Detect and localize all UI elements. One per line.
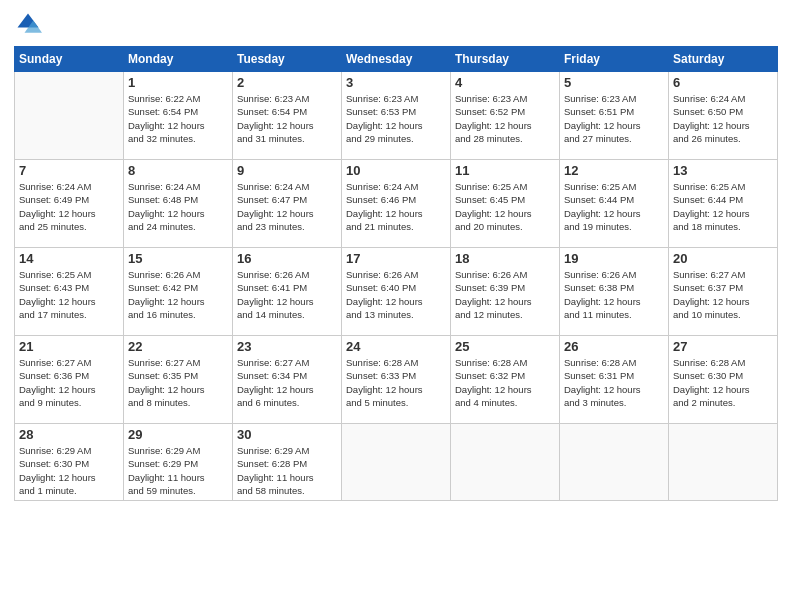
day-number: 23	[237, 339, 337, 354]
calendar-cell: 2Sunrise: 6:23 AM Sunset: 6:54 PM Daylig…	[233, 72, 342, 160]
calendar-cell: 5Sunrise: 6:23 AM Sunset: 6:51 PM Daylig…	[560, 72, 669, 160]
day-number: 6	[673, 75, 773, 90]
calendar-cell: 17Sunrise: 6:26 AM Sunset: 6:40 PM Dayli…	[342, 248, 451, 336]
day-info: Sunrise: 6:23 AM Sunset: 6:52 PM Dayligh…	[455, 92, 555, 145]
calendar-cell	[15, 72, 124, 160]
day-number: 12	[564, 163, 664, 178]
day-number: 27	[673, 339, 773, 354]
calendar-cell: 8Sunrise: 6:24 AM Sunset: 6:48 PM Daylig…	[124, 160, 233, 248]
weekday-header: Monday	[124, 47, 233, 72]
calendar-week-row: 14Sunrise: 6:25 AM Sunset: 6:43 PM Dayli…	[15, 248, 778, 336]
calendar-cell: 21Sunrise: 6:27 AM Sunset: 6:36 PM Dayli…	[15, 336, 124, 424]
calendar-cell: 16Sunrise: 6:26 AM Sunset: 6:41 PM Dayli…	[233, 248, 342, 336]
day-number: 24	[346, 339, 446, 354]
day-number: 19	[564, 251, 664, 266]
day-info: Sunrise: 6:26 AM Sunset: 6:42 PM Dayligh…	[128, 268, 228, 321]
weekday-header: Saturday	[669, 47, 778, 72]
calendar-cell	[560, 424, 669, 501]
calendar-week-row: 28Sunrise: 6:29 AM Sunset: 6:30 PM Dayli…	[15, 424, 778, 501]
day-info: Sunrise: 6:29 AM Sunset: 6:29 PM Dayligh…	[128, 444, 228, 497]
day-info: Sunrise: 6:26 AM Sunset: 6:41 PM Dayligh…	[237, 268, 337, 321]
calendar-cell: 14Sunrise: 6:25 AM Sunset: 6:43 PM Dayli…	[15, 248, 124, 336]
day-number: 30	[237, 427, 337, 442]
day-number: 21	[19, 339, 119, 354]
calendar-cell: 22Sunrise: 6:27 AM Sunset: 6:35 PM Dayli…	[124, 336, 233, 424]
day-number: 18	[455, 251, 555, 266]
day-info: Sunrise: 6:28 AM Sunset: 6:32 PM Dayligh…	[455, 356, 555, 409]
weekday-header: Sunday	[15, 47, 124, 72]
day-info: Sunrise: 6:29 AM Sunset: 6:30 PM Dayligh…	[19, 444, 119, 497]
day-info: Sunrise: 6:27 AM Sunset: 6:37 PM Dayligh…	[673, 268, 773, 321]
calendar-cell: 28Sunrise: 6:29 AM Sunset: 6:30 PM Dayli…	[15, 424, 124, 501]
day-info: Sunrise: 6:23 AM Sunset: 6:51 PM Dayligh…	[564, 92, 664, 145]
day-info: Sunrise: 6:23 AM Sunset: 6:53 PM Dayligh…	[346, 92, 446, 145]
calendar-cell: 6Sunrise: 6:24 AM Sunset: 6:50 PM Daylig…	[669, 72, 778, 160]
day-info: Sunrise: 6:27 AM Sunset: 6:36 PM Dayligh…	[19, 356, 119, 409]
calendar-cell: 4Sunrise: 6:23 AM Sunset: 6:52 PM Daylig…	[451, 72, 560, 160]
day-number: 13	[673, 163, 773, 178]
day-number: 10	[346, 163, 446, 178]
day-number: 22	[128, 339, 228, 354]
calendar-cell: 1Sunrise: 6:22 AM Sunset: 6:54 PM Daylig…	[124, 72, 233, 160]
day-number: 15	[128, 251, 228, 266]
calendar-table: SundayMondayTuesdayWednesdayThursdayFrid…	[14, 46, 778, 501]
calendar-cell: 27Sunrise: 6:28 AM Sunset: 6:30 PM Dayli…	[669, 336, 778, 424]
page-header	[14, 10, 778, 38]
calendar-cell: 25Sunrise: 6:28 AM Sunset: 6:32 PM Dayli…	[451, 336, 560, 424]
day-number: 11	[455, 163, 555, 178]
day-info: Sunrise: 6:25 AM Sunset: 6:44 PM Dayligh…	[673, 180, 773, 233]
calendar-cell: 26Sunrise: 6:28 AM Sunset: 6:31 PM Dayli…	[560, 336, 669, 424]
day-info: Sunrise: 6:24 AM Sunset: 6:49 PM Dayligh…	[19, 180, 119, 233]
day-number: 29	[128, 427, 228, 442]
day-info: Sunrise: 6:25 AM Sunset: 6:43 PM Dayligh…	[19, 268, 119, 321]
day-number: 4	[455, 75, 555, 90]
day-info: Sunrise: 6:27 AM Sunset: 6:34 PM Dayligh…	[237, 356, 337, 409]
day-info: Sunrise: 6:24 AM Sunset: 6:50 PM Dayligh…	[673, 92, 773, 145]
calendar-week-row: 1Sunrise: 6:22 AM Sunset: 6:54 PM Daylig…	[15, 72, 778, 160]
day-info: Sunrise: 6:22 AM Sunset: 6:54 PM Dayligh…	[128, 92, 228, 145]
logo	[14, 10, 46, 38]
calendar-cell: 30Sunrise: 6:29 AM Sunset: 6:28 PM Dayli…	[233, 424, 342, 501]
day-number: 3	[346, 75, 446, 90]
weekday-header: Thursday	[451, 47, 560, 72]
calendar-cell	[451, 424, 560, 501]
day-info: Sunrise: 6:26 AM Sunset: 6:38 PM Dayligh…	[564, 268, 664, 321]
day-info: Sunrise: 6:26 AM Sunset: 6:39 PM Dayligh…	[455, 268, 555, 321]
weekday-header: Friday	[560, 47, 669, 72]
calendar-cell: 7Sunrise: 6:24 AM Sunset: 6:49 PM Daylig…	[15, 160, 124, 248]
day-number: 14	[19, 251, 119, 266]
calendar-cell: 29Sunrise: 6:29 AM Sunset: 6:29 PM Dayli…	[124, 424, 233, 501]
calendar-week-row: 21Sunrise: 6:27 AM Sunset: 6:36 PM Dayli…	[15, 336, 778, 424]
day-number: 1	[128, 75, 228, 90]
calendar-cell	[669, 424, 778, 501]
calendar-cell: 12Sunrise: 6:25 AM Sunset: 6:44 PM Dayli…	[560, 160, 669, 248]
day-number: 26	[564, 339, 664, 354]
calendar-header-row: SundayMondayTuesdayWednesdayThursdayFrid…	[15, 47, 778, 72]
day-info: Sunrise: 6:25 AM Sunset: 6:44 PM Dayligh…	[564, 180, 664, 233]
logo-icon	[14, 10, 42, 38]
calendar-cell: 15Sunrise: 6:26 AM Sunset: 6:42 PM Dayli…	[124, 248, 233, 336]
calendar-cell: 19Sunrise: 6:26 AM Sunset: 6:38 PM Dayli…	[560, 248, 669, 336]
day-number: 8	[128, 163, 228, 178]
day-number: 17	[346, 251, 446, 266]
weekday-header: Tuesday	[233, 47, 342, 72]
day-info: Sunrise: 6:27 AM Sunset: 6:35 PM Dayligh…	[128, 356, 228, 409]
day-info: Sunrise: 6:25 AM Sunset: 6:45 PM Dayligh…	[455, 180, 555, 233]
day-number: 5	[564, 75, 664, 90]
calendar-cell: 13Sunrise: 6:25 AM Sunset: 6:44 PM Dayli…	[669, 160, 778, 248]
day-number: 2	[237, 75, 337, 90]
calendar-cell: 18Sunrise: 6:26 AM Sunset: 6:39 PM Dayli…	[451, 248, 560, 336]
day-info: Sunrise: 6:28 AM Sunset: 6:33 PM Dayligh…	[346, 356, 446, 409]
day-number: 7	[19, 163, 119, 178]
day-number: 16	[237, 251, 337, 266]
calendar-cell: 24Sunrise: 6:28 AM Sunset: 6:33 PM Dayli…	[342, 336, 451, 424]
calendar-cell: 3Sunrise: 6:23 AM Sunset: 6:53 PM Daylig…	[342, 72, 451, 160]
day-info: Sunrise: 6:29 AM Sunset: 6:28 PM Dayligh…	[237, 444, 337, 497]
day-info: Sunrise: 6:28 AM Sunset: 6:30 PM Dayligh…	[673, 356, 773, 409]
calendar-cell: 11Sunrise: 6:25 AM Sunset: 6:45 PM Dayli…	[451, 160, 560, 248]
calendar-cell: 9Sunrise: 6:24 AM Sunset: 6:47 PM Daylig…	[233, 160, 342, 248]
day-info: Sunrise: 6:28 AM Sunset: 6:31 PM Dayligh…	[564, 356, 664, 409]
calendar-cell: 20Sunrise: 6:27 AM Sunset: 6:37 PM Dayli…	[669, 248, 778, 336]
day-info: Sunrise: 6:24 AM Sunset: 6:48 PM Dayligh…	[128, 180, 228, 233]
day-info: Sunrise: 6:23 AM Sunset: 6:54 PM Dayligh…	[237, 92, 337, 145]
